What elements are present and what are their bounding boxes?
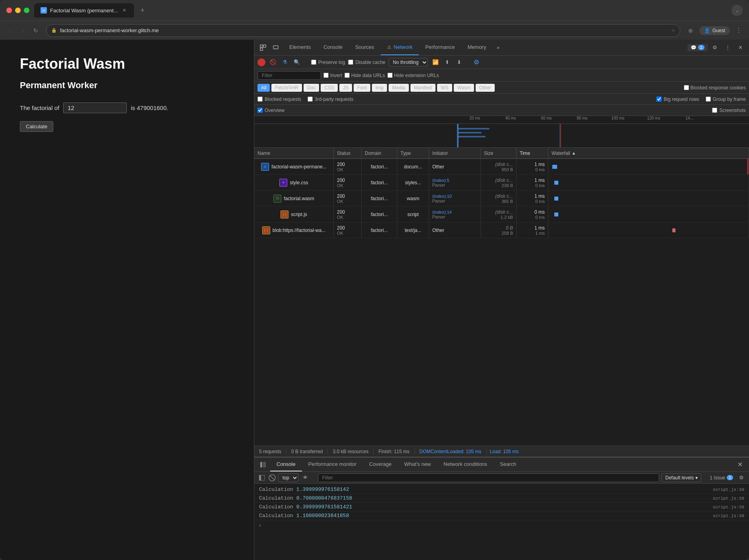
expand-button[interactable]: ⌄ — [732, 5, 743, 16]
levels-button[interactable]: Default levels ▾ — [662, 473, 701, 482]
type-filter-img[interactable]: Img — [372, 84, 387, 92]
col-waterfall[interactable]: Waterfall ▲ — [548, 148, 749, 158]
search-button[interactable]: 🔍 — [292, 58, 301, 67]
blocked-response-cookies-checkbox[interactable]: Blocked response cookies — [684, 85, 746, 91]
console-sidebar-button[interactable] — [257, 459, 269, 470]
type-filter-doc[interactable]: Doc — [304, 84, 319, 92]
more-tabs-button[interactable]: » — [493, 42, 504, 53]
calculate-button[interactable]: Calculate — [20, 121, 53, 132]
issues-button[interactable]: 1 Issue 1 — [710, 475, 735, 481]
table-row[interactable]: W factorial.wasm 200 OK factori... wasm — [254, 191, 749, 207]
big-rows-checkbox[interactable]: Big request rows — [656, 97, 699, 102]
filter-button[interactable]: ⚗ — [281, 58, 289, 67]
top-selector[interactable]: top — [278, 473, 298, 482]
tab-console[interactable]: Console — [317, 40, 349, 55]
col-initiator[interactable]: Initiator — [429, 148, 481, 158]
row4-initiator-link[interactable]: (index):14 — [432, 210, 452, 214]
new-tab-button[interactable]: + — [137, 5, 148, 16]
type-filter-fetchxhr[interactable]: Fetch/XHR — [271, 84, 302, 92]
row2-initiator-link[interactable]: (index):5 — [432, 178, 449, 183]
tab-memory[interactable]: Memory — [461, 40, 493, 55]
console-close-button[interactable]: ✕ — [734, 459, 746, 470]
col-name[interactable]: Name — [254, 148, 334, 158]
console-prompt[interactable]: › — [254, 520, 749, 530]
filter-input[interactable] — [257, 71, 321, 80]
disable-cache-input[interactable] — [348, 60, 353, 65]
console-sidebar-icon[interactable] — [257, 473, 266, 482]
hide-data-urls-checkbox[interactable]: Hide data URLs — [345, 73, 385, 78]
record-button[interactable] — [257, 58, 265, 66]
col-type[interactable]: Type — [397, 148, 429, 158]
tab-whats-new[interactable]: What's new — [398, 458, 437, 471]
active-tab[interactable]: W Factorial Wasm (permanent... ✕ — [34, 3, 134, 17]
no-entry-icon[interactable] — [269, 474, 276, 481]
settings-button[interactable]: ⚙ — [709, 42, 720, 53]
device-toolbar-button[interactable] — [270, 42, 281, 53]
col-size[interactable]: Size — [481, 148, 517, 158]
tab-search[interactable]: Search — [494, 458, 523, 471]
hide-extension-urls-checkbox[interactable]: Hide extension URLs — [387, 73, 439, 78]
wifi-icon[interactable]: 📶 — [431, 58, 440, 67]
factorial-input[interactable] — [63, 102, 127, 113]
throttle-select[interactable]: No throttling — [389, 58, 428, 67]
screenshots-checkbox[interactable]: Screenshots — [712, 108, 746, 113]
type-filter-font[interactable]: Font — [354, 84, 370, 92]
network-settings-icon[interactable]: ⚙ — [474, 58, 479, 66]
minimize-traffic-light[interactable] — [15, 8, 21, 13]
url-bar[interactable]: 🔒 factorial-wasm-permanent-worker.glitch… — [46, 24, 680, 37]
type-filter-all[interactable]: All — [257, 84, 270, 92]
tab-network[interactable]: ⚠ Network — [381, 40, 419, 55]
more-options-button[interactable]: ⋮ — [722, 42, 733, 53]
type-filter-wasm[interactable]: Wasm — [454, 84, 474, 92]
group-by-frame-checkbox[interactable]: Group by frame — [706, 97, 746, 102]
type-filter-media[interactable]: Media — [389, 84, 409, 92]
type-filter-ws[interactable]: WS — [437, 84, 452, 92]
type-filter-js[interactable]: JS — [339, 84, 352, 92]
back-button[interactable]: ‹ — [5, 25, 16, 36]
console-filter-input[interactable] — [318, 473, 659, 482]
log-link-1[interactable]: script.js:30 — [713, 487, 744, 492]
log-link-2[interactable]: script.js:30 — [713, 496, 744, 501]
preserve-log-input[interactable] — [311, 60, 316, 65]
inspect-element-button[interactable] — [257, 42, 269, 53]
export-icon[interactable]: ⬇ — [455, 58, 464, 67]
col-status[interactable]: Status — [334, 148, 362, 158]
issues-badge-button[interactable]: 💬 1 — [687, 44, 708, 51]
zoom-button[interactable]: ⊕ — [685, 25, 696, 36]
row3-initiator-link[interactable]: (index):10 — [432, 194, 452, 199]
console-settings-icon[interactable]: ⚙ — [737, 473, 746, 482]
preserve-log-checkbox[interactable]: Preserve log — [311, 60, 345, 65]
table-row[interactable]: ≡ factorial-wasm-permane... 200 OK facto… — [254, 159, 749, 175]
maximize-traffic-light[interactable] — [24, 8, 29, 13]
invert-checkbox[interactable]: Invert — [323, 73, 342, 78]
tab-elements[interactable]: Elements — [283, 40, 317, 55]
log-link-3[interactable]: script.js:30 — [713, 505, 744, 510]
close-traffic-light[interactable] — [6, 8, 12, 13]
type-filter-other[interactable]: Other — [476, 84, 495, 92]
blocked-requests-checkbox[interactable]: Blocked requests — [257, 97, 301, 102]
tab-coverage[interactable]: Coverage — [363, 458, 398, 471]
top-select[interactable]: top — [278, 473, 298, 482]
guest-button[interactable]: 👤 Guest — [699, 26, 730, 35]
table-row[interactable]: ✦ style.css 200 OK factori... styles... — [254, 175, 749, 191]
disable-cache-checkbox[interactable]: Disable cache — [348, 60, 385, 65]
log-link-4[interactable]: script.js:30 — [713, 514, 744, 518]
browser-menu-button[interactable]: ⋮ — [733, 25, 744, 36]
import-icon[interactable]: ⬆ — [443, 58, 452, 67]
tab-performance-monitor[interactable]: Performance monitor — [302, 458, 363, 471]
type-filter-manifest[interactable]: Manifest — [410, 84, 435, 92]
reload-button[interactable]: ↻ — [30, 25, 41, 36]
tab-sources[interactable]: Sources — [349, 40, 381, 55]
table-row[interactable]: { } blob:https://factorial-wa... 200 OK … — [254, 222, 749, 238]
overview-checkbox[interactable]: Overview — [257, 108, 285, 113]
clear-button[interactable]: 🚫 — [269, 58, 277, 67]
eye-icon[interactable]: 👁 — [301, 473, 310, 482]
tab-console-bottom[interactable]: Console — [270, 458, 302, 471]
forward-button[interactable]: › — [17, 25, 29, 36]
type-filter-css[interactable]: CSS — [321, 84, 338, 92]
tab-network-conditions[interactable]: Network conditions — [437, 458, 494, 471]
tab-performance[interactable]: Performance — [419, 40, 461, 55]
tab-close-button[interactable]: ✕ — [121, 7, 128, 14]
table-row[interactable]: { } script.js 200 OK factori... script ( — [254, 207, 749, 222]
third-party-requests-checkbox[interactable]: 3rd-party requests — [308, 97, 353, 102]
